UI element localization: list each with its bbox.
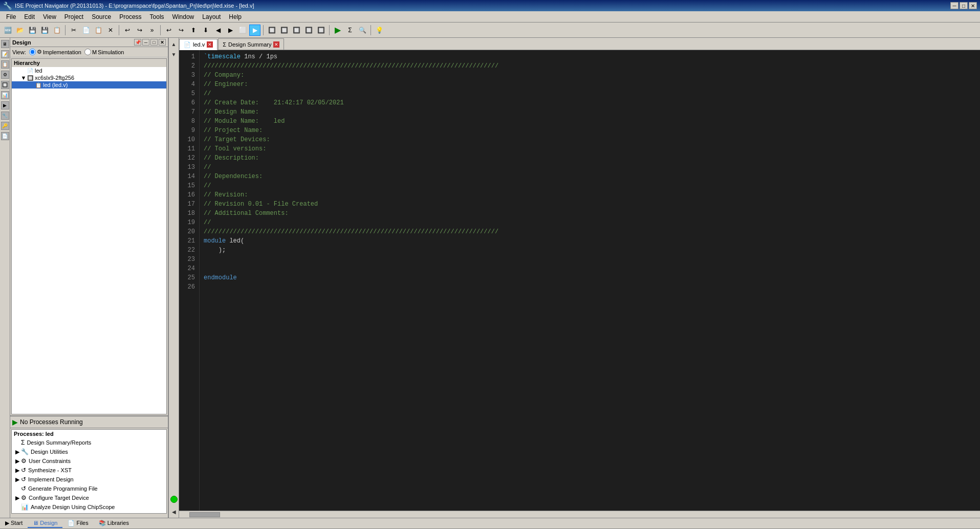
arrow-down[interactable]: ▼	[170, 50, 178, 58]
app-icon: 🔧	[3, 2, 12, 10]
proc-analyze-chipscope[interactable]: 📊 Analyze Design Using ChipScope	[12, 502, 166, 512]
proc-user-constraints[interactable]: ▶ ⚙ User Constraints	[12, 456, 166, 466]
design-panel-min[interactable]: ─	[142, 39, 149, 46]
tb-btn-a4[interactable]: ⬇	[200, 25, 211, 36]
tb-open[interactable]: 📂	[14, 25, 26, 36]
proc-label-constraints: User Constraints	[29, 458, 71, 464]
proc-implement[interactable]: ▶ ↺ Implement Design	[12, 475, 166, 484]
tb-copy[interactable]: 📄	[80, 25, 92, 36]
proc-icon-gen: ↺	[21, 485, 26, 492]
tb-save2[interactable]: 💾	[39, 25, 50, 36]
tab-libraries[interactable]: 📚 Libraries	[94, 519, 134, 528]
editor-area: 📄 led.v ✕ Σ Design Summary ✕ 12345678910…	[179, 38, 980, 518]
menu-file[interactable]: File	[2, 12, 20, 21]
sidebar-icon-7[interactable]: ▶	[1, 101, 9, 109]
impl-radio[interactable]	[29, 49, 36, 55]
tab-design[interactable]: 🖥 Design	[28, 519, 62, 528]
sidebar-icon-8[interactable]: 🔧	[1, 112, 9, 120]
sidebar-icon-9[interactable]: 🔑	[1, 122, 9, 130]
menu-tools[interactable]: Tools	[146, 12, 168, 21]
tab-start[interactable]: ▶ Start	[0, 519, 28, 528]
tree-label-led: led	[35, 68, 42, 74]
tb-btn-a6[interactable]: ▶	[225, 25, 236, 36]
menu-window[interactable]: Window	[168, 12, 199, 21]
menu-view[interactable]: View	[39, 12, 60, 21]
tb-undo[interactable]: ↩	[122, 25, 133, 36]
tab-close-design[interactable]: ✕	[273, 41, 279, 48]
editor-scrollbar[interactable]	[179, 511, 980, 518]
design-panel-pin[interactable]: 📌	[134, 39, 141, 46]
tree-item-led[interactable]: 📄 led	[12, 67, 166, 74]
tb-btn-a1[interactable]: ↩	[163, 25, 175, 36]
arrow-up[interactable]: ▲	[170, 40, 178, 48]
tb-btn-a7[interactable]: ⬜	[237, 25, 248, 36]
tb-save[interactable]: 💾	[27, 25, 38, 36]
tb-new[interactable]: 🆕	[2, 25, 13, 36]
sidebar-icon-5[interactable]: 🔲	[1, 81, 9, 89]
close-button[interactable]: ✕	[969, 2, 977, 9]
sim-radio-option[interactable]: M Simulation	[84, 49, 124, 55]
tab-design-summary[interactable]: Σ Design Summary ✕	[218, 38, 284, 50]
tb-paste[interactable]: 📋	[93, 25, 104, 36]
maximize-button[interactable]: □	[960, 2, 968, 9]
tb-btn-b1[interactable]: 🔲	[266, 25, 277, 36]
tb-btn5[interactable]: 📋	[51, 25, 62, 36]
tb-delete[interactable]: ✕	[105, 25, 116, 36]
tab-ledv[interactable]: 📄 led.v ✕	[179, 39, 217, 50]
design-panel-max[interactable]: □	[150, 39, 158, 46]
design-panel-close[interactable]: ✕	[159, 39, 166, 46]
tb-sigma[interactable]: Σ	[344, 25, 356, 36]
proc-expand-7: ▶	[14, 495, 21, 501]
sidebar-icon-1[interactable]: 🖥	[1, 40, 9, 48]
proc-design-utilities[interactable]: ▶ 🔧 Design Utilities	[12, 447, 166, 456]
tb-btn-b4[interactable]: 🔲	[303, 25, 314, 36]
tb-sep4	[263, 25, 264, 35]
editor-tabs-bar: 📄 led.v ✕ Σ Design Summary ✕	[179, 38, 980, 50]
tb-bulb[interactable]: 💡	[374, 25, 385, 36]
editor-scroll-thumb[interactable]	[189, 512, 220, 517]
sidebar-icon-10[interactable]: 📄	[1, 132, 9, 140]
arrow-collapse[interactable]: ◀	[170, 508, 178, 516]
tree-item-ledv[interactable]: 📋 led (led.v)	[12, 81, 166, 89]
sim-radio[interactable]	[84, 49, 91, 55]
menu-source[interactable]: Source	[88, 12, 115, 21]
tb-btn-b2[interactable]: 🔲	[278, 25, 290, 36]
tb-run[interactable]: ▶	[332, 25, 343, 36]
menu-help[interactable]: Help	[225, 12, 246, 21]
menu-process[interactable]: Process	[115, 12, 145, 21]
proc-label-synth: Synthesize - XST	[28, 467, 72, 473]
tb-btn-a5[interactable]: ◀	[212, 25, 224, 36]
menu-project[interactable]: Project	[60, 12, 88, 21]
tb-search[interactable]: 🔍	[357, 25, 368, 36]
menu-layout[interactable]: Layout	[198, 12, 225, 21]
proc-design-summary[interactable]: Σ Design Summary/Reports	[12, 438, 166, 447]
tb-redo[interactable]: ↪	[134, 25, 145, 36]
tb-btn-a3[interactable]: ⬆	[188, 25, 199, 36]
hierarchy-title: Hierarchy	[12, 59, 166, 67]
tb-btn-a8[interactable]: ▶	[249, 25, 260, 36]
impl-radio-option[interactable]: ⚙ Implementation	[29, 49, 81, 55]
tb-btn-b3[interactable]: 🔲	[291, 25, 302, 36]
sidebar-icon-3[interactable]: 📋	[1, 60, 9, 69]
tab-files[interactable]: 📄 Files	[62, 519, 93, 528]
menu-edit[interactable]: Edit	[20, 12, 39, 21]
minimize-button[interactable]: ─	[950, 2, 959, 9]
sidebar-icon-4[interactable]: ⚙	[1, 71, 9, 79]
tab-close-ledv[interactable]: ✕	[207, 41, 213, 48]
sidebar-icon-6[interactable]: 📊	[1, 91, 9, 99]
code-editor[interactable]: `timescale 1ns / 1ps ///////////////////…	[200, 50, 980, 511]
sidebar-icon-2[interactable]: 📝	[1, 50, 9, 58]
tb-cut[interactable]: ✂	[68, 25, 79, 36]
menu-bar: File Edit View Project Source Process To…	[0, 11, 980, 23]
tb-btn-more[interactable]: »	[146, 25, 158, 36]
proc-synthesize[interactable]: ▶ ↺ Synthesize - XST	[12, 466, 166, 475]
tb-sep2	[119, 25, 119, 35]
design-label: Design	[40, 520, 57, 526]
tb-btn-a2[interactable]: ↪	[176, 25, 187, 36]
tree-item-xc6[interactable]: ▼ 🔲 xc6slx9-2ftg256	[12, 74, 166, 81]
tb-btn-b5[interactable]: 🔲	[315, 25, 326, 36]
proc-configure-target[interactable]: ▶ ⚙ Configure Target Device	[12, 493, 166, 502]
proc-generate-prog[interactable]: ↺ Generate Programming File	[12, 484, 166, 493]
proc-icon-utilities: 🔧	[21, 448, 29, 455]
processes-list: Processes: led Σ Design Summary/Reports …	[11, 429, 167, 514]
